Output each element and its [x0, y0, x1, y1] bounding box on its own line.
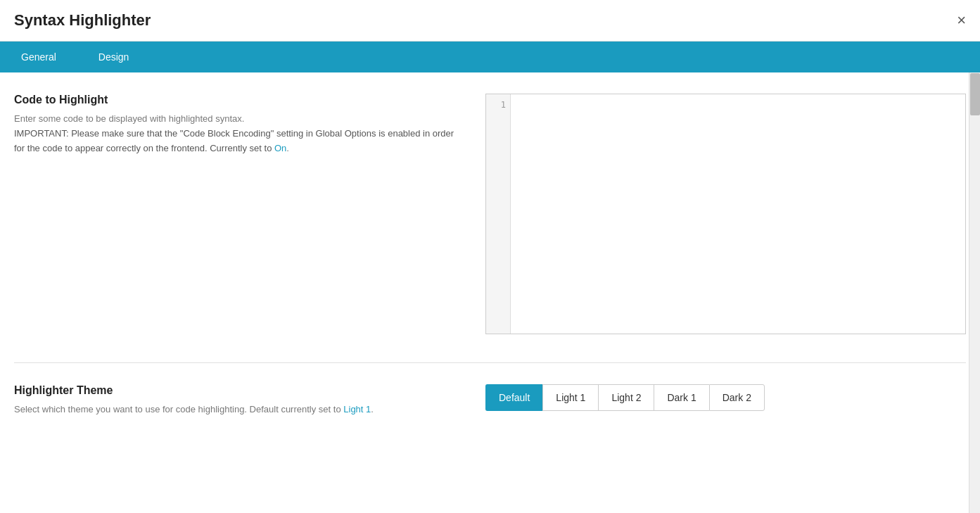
- theme-section-title: Highlighter Theme: [14, 384, 464, 397]
- code-section-title: Code to Highlight: [14, 94, 464, 106]
- code-desc-line1: Enter some code to be displayed with hig…: [14, 113, 244, 124]
- modal-body: Code to Highlight Enter some code to be …: [0, 72, 980, 513]
- theme-default-link[interactable]: Light 1: [343, 404, 371, 414]
- theme-section-desc: Select which theme you want to use for c…: [14, 403, 464, 417]
- code-input[interactable]: [511, 94, 965, 334]
- code-encoding-link[interactable]: On: [274, 143, 286, 153]
- scrollbar-thumb[interactable]: [970, 73, 980, 115]
- scrollbar[interactable]: [969, 72, 980, 513]
- theme-btn-dark1[interactable]: Dark 1: [654, 384, 708, 411]
- line-numbers: 1: [486, 94, 511, 334]
- tab-general[interactable]: General: [0, 42, 77, 72]
- code-to-highlight-section: Code to Highlight Enter some code to be …: [14, 94, 966, 334]
- theme-btn-default[interactable]: Default: [485, 384, 542, 411]
- highlighter-theme-section: Highlighter Theme Select which theme you…: [14, 384, 966, 417]
- code-label-area: Code to Highlight Enter some code to be …: [14, 94, 464, 156]
- theme-btn-light2[interactable]: Light 2: [598, 384, 654, 411]
- theme-btn-dark2[interactable]: Dark 2: [709, 384, 765, 411]
- code-desc-line2: IMPORTANT: Please make sure that the "Co…: [14, 128, 454, 153]
- theme-btn-light1[interactable]: Light 1: [542, 384, 598, 411]
- modal: Syntax Highlighter × General Design Code…: [0, 0, 980, 513]
- code-section-content: Code to Highlight Enter some code to be …: [14, 94, 966, 334]
- modal-header: Syntax Highlighter ×: [0, 0, 980, 42]
- code-editor-area: 1: [485, 94, 966, 334]
- close-button[interactable]: ×: [957, 13, 966, 28]
- section-divider: [14, 362, 966, 363]
- modal-title: Syntax Highlighter: [14, 11, 151, 30]
- theme-section-content: Highlighter Theme Select which theme you…: [14, 384, 966, 417]
- tab-bar: General Design: [0, 42, 980, 72]
- code-section-desc: Enter some code to be displayed with hig…: [14, 112, 464, 156]
- theme-buttons: Default Light 1 Light 2 Dark 1 Dark 2: [485, 384, 765, 411]
- tab-design[interactable]: Design: [77, 42, 151, 72]
- theme-label-area: Highlighter Theme Select which theme you…: [14, 384, 464, 417]
